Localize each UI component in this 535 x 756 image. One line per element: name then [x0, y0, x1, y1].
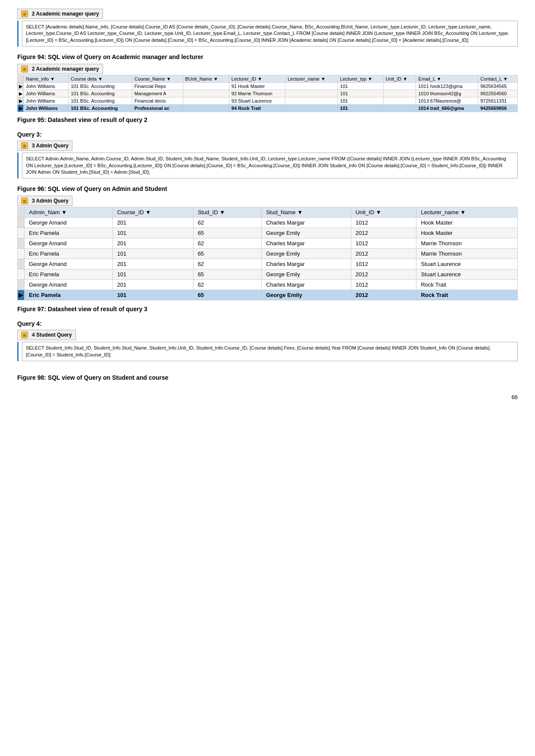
ds2-cell-course-id: 101 BSc. Accounting	[69, 90, 132, 97]
section-2: ⊞ 2 Academic manager query SELECT [Acade…	[17, 9, 518, 123]
page-number: 66	[17, 394, 518, 400]
figure98-caption: Figure 98: SQL view of Query on Student …	[17, 374, 518, 381]
ds2-cell-course-id: 101 BSc. Accounting	[69, 97, 132, 105]
ds3-cell-unit-id: 2012	[351, 269, 416, 280]
query4-sql-text: SELECT Student_Info.Stud_ID, Student_Inf…	[22, 342, 518, 361]
ds3-row-selector	[18, 280, 25, 290]
query3-title-bar: ⊞ 3 Admin Query	[17, 141, 72, 151]
ds2-cell-bunit	[183, 97, 229, 105]
ds3-cell-lec-name: Stuart Laurence	[416, 269, 518, 280]
ds2-cell-lec-name	[285, 83, 338, 90]
ds2-cell-lec-id: 92 Marrie Thomson	[229, 90, 285, 97]
datasheet-table-2: Name_info ▼ Course deta ▼ Course_Name ▼ …	[17, 75, 518, 112]
ds3-cell-unit-id: 2012	[351, 290, 416, 300]
ds2-cell-lec-type: 101	[338, 97, 383, 105]
ds3-cell-admin: George Amand	[25, 280, 113, 290]
ds2-cell-bunit	[183, 90, 229, 97]
ds3-cell-stud-id: 62	[193, 218, 262, 228]
query3-title: 3 Admin Query	[32, 143, 69, 149]
query4-sql-container: SELECT Student_Info.Stud_ID, Student_Inf…	[17, 342, 518, 361]
ds2-row-selector: ▶	[18, 83, 24, 90]
ds3-title-bar: ⊞ 3 Admin Query	[17, 196, 72, 206]
ds2-col-contact: Contact_L ▼	[478, 75, 518, 83]
ds3-cell-stud-id: 65	[193, 249, 262, 259]
query2-sql-container: SELECT [Academic details].Name_info, [Co…	[17, 21, 518, 47]
ds2-cell-bunit	[183, 83, 229, 90]
ds2-cell-course-name: Professional ac	[132, 105, 183, 112]
ds2-row-selector: ▶	[18, 97, 24, 105]
ds2-cell-lec-type: 101	[338, 105, 383, 112]
ds3-cell-admin: George Amand	[25, 238, 113, 249]
ds3-icon: ⊞	[21, 197, 28, 204]
ds2-col-course-deta: Course deta ▼	[69, 75, 132, 83]
ds3-col-lec-name: Lecturer_name ▼	[416, 207, 518, 218]
ds2-cell-unit-id	[383, 105, 416, 112]
ds2-cell-unit-id	[383, 90, 416, 97]
ds3-row-selector	[18, 218, 25, 228]
ds2-icon: ⊞	[21, 66, 28, 72]
query2-sql-text: SELECT [Academic details].Name_info, [Co…	[22, 21, 518, 47]
ds3-cell-lec-name: Rock Trait	[416, 290, 518, 300]
ds2-cell-contact: 9825634565	[478, 83, 518, 90]
ds2-col-course-name: Course_Name ▼	[132, 75, 183, 83]
ds2-cell-lec-id: 94 Rock Trait	[229, 105, 285, 112]
ds2-col-lec-id: Lecturer_ID ▼	[229, 75, 285, 83]
ds2-cell-email: 1013 678laurence@	[416, 97, 478, 105]
ds3-cell-stud-id: 65	[193, 228, 262, 238]
ds3-cell-lec-name: Marrie Thomson	[416, 238, 518, 249]
ds3-row-selector	[18, 238, 25, 249]
figure94-caption: Figure 94: SQL view of Query on Academic…	[17, 53, 518, 60]
ds3-cell-lec-name: Hook Master	[416, 228, 518, 238]
figure96-caption: Figure 96: SQL view of Query on Admin an…	[17, 185, 518, 192]
ds3-cell-unit-id: 1012	[351, 238, 416, 249]
ds2-cell-course-id: 101 BSc. Accounting	[69, 83, 132, 90]
ds2-cell-lec-name	[285, 105, 338, 112]
ds2-cell-lec-id: 93 Stuart Laurence	[229, 97, 285, 105]
ds3-cell-unit-id: 2012	[351, 249, 416, 259]
figure95-caption: Figure 95: Datasheet view of result of q…	[17, 116, 518, 123]
ds3-cell-stud-name: George Emily	[262, 249, 351, 259]
section-4: Query 4: ⊞ 4 Student Query SELECT Studen…	[17, 320, 518, 381]
ds3-cell-course-id: 101	[113, 249, 193, 259]
query2-icon: ⊞	[21, 10, 28, 17]
ds3-row-selector: ▶	[18, 290, 25, 300]
ds2-title-bar: ⊞ 2 Academic manager query	[17, 64, 103, 74]
ds2-cell-name: John Williams	[24, 105, 69, 112]
ds2-col-name: Name_info ▼	[24, 75, 69, 83]
query3-icon: ⊞	[21, 142, 28, 149]
query2-title-bar: ⊞ 2 Academic manager query	[17, 9, 103, 19]
query4-label: Query 4:	[17, 320, 518, 327]
ds2-cell-email: 1014 trait_666@gma	[416, 105, 478, 112]
ds3-cell-lec-name: Marrie Thomson	[416, 249, 518, 259]
ds3-cell-stud-id: 65	[193, 290, 262, 300]
ds3-cell-course-id: 101	[113, 290, 193, 300]
ds3-cell-admin: Eric Pamela	[25, 290, 113, 300]
ds2-cell-lec-name	[285, 90, 338, 97]
ds2-cell-contact: 9725611331	[478, 97, 518, 105]
ds3-col-stud-id: Stud_ID ▼	[193, 207, 262, 218]
figure97-caption: Figure 97: Datasheet view of result of q…	[17, 306, 518, 312]
ds3-cell-course-id: 201	[113, 238, 193, 249]
ds3-row-selector	[18, 228, 25, 238]
ds3-cell-lec-name: Stuart Laurence	[416, 259, 518, 269]
ds3-col-stud-name: Stud_Name ▼	[262, 207, 351, 218]
ds2-cell-unit-id	[383, 83, 416, 90]
ds3-row-selector-header	[18, 207, 25, 218]
ds3-row-selector	[18, 269, 25, 280]
ds3-cell-course-id: 101	[113, 269, 193, 280]
ds2-cell-lec-type: 101	[338, 90, 383, 97]
ds3-cell-stud-id: 62	[193, 259, 262, 269]
ds2-cell-lec-id: 91 Hook Master	[229, 83, 285, 90]
ds3-row-selector	[18, 249, 25, 259]
query4-title-bar: ⊞ 4 Student Query	[17, 330, 76, 340]
ds2-cell-course-id: 101 BSc. Accounting	[69, 105, 132, 112]
ds2-cell-course-name: Management A	[132, 90, 183, 97]
query4-icon: ⊞	[21, 331, 28, 338]
ds3-cell-admin: Eric Pamela	[25, 269, 113, 280]
ds3-cell-stud-name: Charles Margar	[262, 259, 351, 269]
ds3-cell-unit-id: 1012	[351, 280, 416, 290]
ds3-cell-stud-name: Charles Margar	[262, 238, 351, 249]
ds3-cell-unit-id: 1012	[351, 259, 416, 269]
query3-sql-container: SELECT Admin.Admin_Name, Admin.Course_ID…	[17, 153, 518, 178]
ds3-col-unit-id: Unit_ID ▼	[351, 207, 416, 218]
